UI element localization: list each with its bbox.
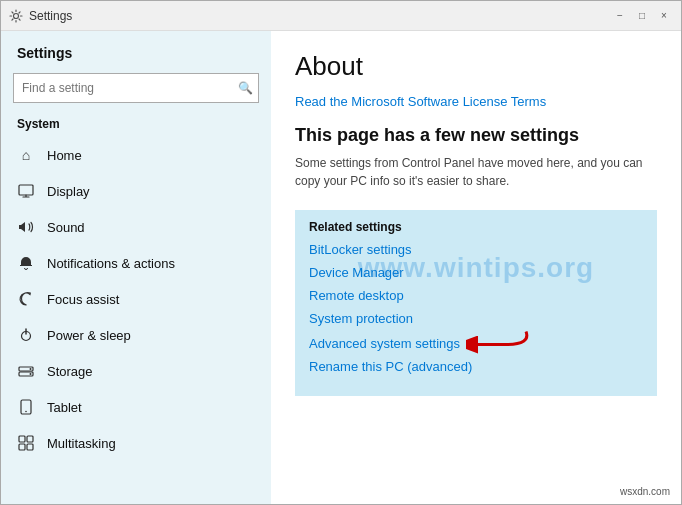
svg-point-6 xyxy=(30,373,32,375)
sidebar-item-notifications[interactable]: Notifications & actions xyxy=(1,245,271,281)
multitasking-icon xyxy=(17,434,35,452)
display-icon xyxy=(17,182,35,200)
power-icon xyxy=(17,326,35,344)
titlebar: Settings − □ × xyxy=(1,1,681,31)
nav-label-notifications: Notifications & actions xyxy=(47,256,175,271)
sidebar-item-power[interactable]: Power & sleep xyxy=(1,317,271,353)
svg-point-8 xyxy=(25,411,27,413)
svg-point-0 xyxy=(14,13,19,18)
advanced-system-settings-link[interactable]: Advanced system settings xyxy=(309,336,460,351)
sidebar: Settings 🔍 System ⌂ Home Display xyxy=(1,31,271,504)
new-settings-desc: Some settings from Control Panel have mo… xyxy=(295,154,657,190)
close-button[interactable]: × xyxy=(655,7,673,25)
sidebar-item-tablet[interactable]: Tablet xyxy=(1,389,271,425)
page-title: About xyxy=(295,51,657,82)
search-box[interactable]: 🔍 xyxy=(13,73,259,103)
red-arrow-indicator xyxy=(466,326,531,361)
settings-icon xyxy=(9,9,23,23)
sound-icon xyxy=(17,218,35,236)
minimize-button[interactable]: − xyxy=(611,7,629,25)
device-manager-link[interactable]: Device Manager xyxy=(309,265,643,280)
svg-point-5 xyxy=(30,368,32,370)
settings-window: Settings − □ × Settings 🔍 System ⌂ Home xyxy=(0,0,682,505)
related-settings-box: Related settings BitLocker settings Devi… xyxy=(295,210,657,396)
focus-icon xyxy=(17,290,35,308)
sidebar-item-sound[interactable]: Sound xyxy=(1,209,271,245)
search-icon: 🔍 xyxy=(238,81,253,95)
sidebar-item-home[interactable]: ⌂ Home xyxy=(1,137,271,173)
sidebar-item-display[interactable]: Display xyxy=(1,173,271,209)
home-icon: ⌂ xyxy=(17,146,35,164)
svg-rect-10 xyxy=(27,436,33,442)
nav-label-tablet: Tablet xyxy=(47,400,82,415)
nav-label-display: Display xyxy=(47,184,90,199)
svg-rect-12 xyxy=(27,444,33,450)
nav-label-storage: Storage xyxy=(47,364,93,379)
notifications-icon xyxy=(17,254,35,272)
new-settings-heading: This page has a few new settings xyxy=(295,125,657,146)
wsxdn-badge: wsxdn.com xyxy=(617,485,673,498)
svg-rect-11 xyxy=(19,444,25,450)
nav-label-power: Power & sleep xyxy=(47,328,131,343)
sidebar-item-storage[interactable]: Storage xyxy=(1,353,271,389)
sidebar-header: Settings xyxy=(1,31,271,69)
svg-rect-9 xyxy=(19,436,25,442)
sidebar-item-focus[interactable]: Focus assist xyxy=(1,281,271,317)
sidebar-app-title: Settings xyxy=(17,45,72,61)
remote-desktop-link[interactable]: Remote desktop xyxy=(309,288,643,303)
nav-label-multitasking: Multitasking xyxy=(47,436,116,451)
rename-pc-link[interactable]: Rename this PC (advanced) xyxy=(309,359,643,374)
maximize-button[interactable]: □ xyxy=(633,7,651,25)
svg-rect-1 xyxy=(19,185,33,195)
sidebar-item-multitasking[interactable]: Multitasking xyxy=(1,425,271,461)
section-label: System xyxy=(1,113,271,137)
bitlocker-link[interactable]: BitLocker settings xyxy=(309,242,643,257)
titlebar-title: Settings xyxy=(29,9,611,23)
window-controls: − □ × xyxy=(611,7,673,25)
main-content: www.wintips.org About Read the Microsoft… xyxy=(271,31,681,504)
search-input[interactable] xyxy=(13,73,259,103)
license-link[interactable]: Read the Microsoft Software License Term… xyxy=(295,94,657,109)
content-area: Settings 🔍 System ⌂ Home Display xyxy=(1,31,681,504)
nav-label-sound: Sound xyxy=(47,220,85,235)
system-protection-link[interactable]: System protection xyxy=(309,311,643,326)
storage-icon xyxy=(17,362,35,380)
nav-label-home: Home xyxy=(47,148,82,163)
nav-label-focus: Focus assist xyxy=(47,292,119,307)
related-settings-label: Related settings xyxy=(309,220,643,234)
tablet-icon xyxy=(17,398,35,416)
